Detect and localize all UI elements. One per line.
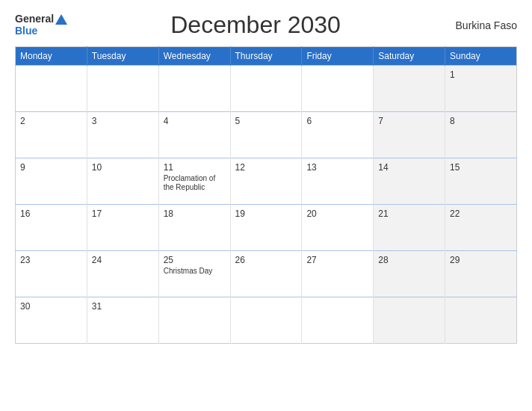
weekday-saturday: Saturday: [374, 47, 445, 66]
day-number: 22: [450, 208, 512, 219]
day-number: 15: [450, 162, 512, 173]
calendar-cell: [374, 297, 445, 344]
day-number: 26: [235, 255, 297, 265]
calendar-cell: 22: [445, 205, 517, 251]
day-number: 3: [92, 116, 154, 126]
day-number: 4: [164, 116, 226, 126]
logo: General Blue: [15, 13, 69, 37]
calendar-cell: [87, 66, 158, 112]
calendar-cell: [374, 66, 445, 112]
day-number: 5: [235, 116, 297, 126]
calendar-cell: 5: [230, 112, 302, 158]
day-number: 8: [450, 116, 512, 126]
day-number: 23: [20, 255, 82, 265]
logo-triangle-icon: [55, 14, 67, 25]
day-number: 21: [378, 208, 440, 219]
weekday-monday: Monday: [16, 47, 87, 66]
calendar-cell: 12: [230, 158, 302, 205]
weekday-friday: Friday: [302, 47, 374, 66]
day-number: 20: [306, 208, 368, 219]
weekday-thursday: Thursday: [230, 47, 302, 66]
calendar-cell: 29: [445, 251, 517, 297]
day-number: 9: [20, 162, 82, 173]
day-number: 2: [20, 116, 82, 126]
calendar-cell: 11Proclamation of the Republic: [158, 158, 230, 205]
calendar-cell: [230, 66, 302, 112]
calendar-cell: [230, 297, 302, 344]
calendar-body: 1234567891011Proclamation of the Republi…: [16, 66, 517, 344]
calendar-cell: 25Christmas Day: [158, 251, 230, 297]
calendar-cell: 7: [374, 112, 445, 158]
weekday-wednesday: Wednesday: [158, 47, 230, 66]
calendar-cell: [302, 297, 374, 344]
calendar-cell: 13: [302, 158, 374, 205]
calendar-cell: 24: [87, 251, 158, 297]
calendar-cell: 26: [230, 251, 302, 297]
day-number: 12: [235, 162, 297, 173]
day-number: 6: [306, 116, 368, 126]
day-number: 29: [450, 255, 512, 265]
calendar-table: Monday Tuesday Wednesday Thursday Friday…: [15, 46, 517, 344]
calendar-cell: 21: [374, 205, 445, 251]
calendar-cell: 15: [445, 158, 517, 205]
holiday-text: Proclamation of the Republic: [164, 174, 226, 192]
holiday-text: Christmas Day: [164, 267, 226, 276]
calendar-cell: 2: [16, 112, 87, 158]
calendar-cell: 31: [87, 297, 158, 344]
day-number: 25: [164, 255, 226, 265]
calendar-title: December 2030: [69, 11, 442, 39]
calendar-cell: 1: [445, 66, 517, 112]
calendar-cell: [445, 297, 517, 344]
day-number: 10: [92, 162, 154, 173]
calendar-cell: 9: [16, 158, 87, 205]
day-number: 30: [20, 301, 82, 312]
calendar-page: General Blue December 2030 Burkina Faso …: [0, 0, 532, 411]
day-number: 17: [92, 208, 154, 219]
calendar-cell: 20: [302, 205, 374, 251]
country-name: Burkina Faso: [442, 19, 517, 31]
calendar-cell: [158, 66, 230, 112]
day-number: 13: [306, 162, 368, 173]
day-number: 1: [450, 69, 512, 80]
day-number: 16: [20, 208, 82, 219]
day-number: 27: [306, 255, 368, 265]
calendar-cell: 4: [158, 112, 230, 158]
calendar-cell: [16, 66, 87, 112]
calendar-cell: 3: [87, 112, 158, 158]
calendar-cell: 28: [374, 251, 445, 297]
weekday-tuesday: Tuesday: [87, 47, 158, 66]
calendar-cell: 14: [374, 158, 445, 205]
calendar-header: General Blue December 2030 Burkina Faso: [15, 11, 517, 39]
calendar-cell: 27: [302, 251, 374, 297]
calendar-cell: 19: [230, 205, 302, 251]
logo-blue-text: Blue: [15, 25, 37, 37]
calendar-cell: [302, 66, 374, 112]
calendar-cell: 18: [158, 205, 230, 251]
day-number: 11: [164, 162, 226, 173]
calendar-cell: 6: [302, 112, 374, 158]
calendar-cell: 10: [87, 158, 158, 205]
calendar-cell: 8: [445, 112, 517, 158]
weekday-sunday: Sunday: [445, 47, 517, 66]
day-number: 31: [92, 301, 154, 312]
day-number: 18: [164, 208, 226, 219]
calendar-header-row: Monday Tuesday Wednesday Thursday Friday…: [16, 47, 517, 66]
calendar-cell: 30: [16, 297, 87, 344]
calendar-cell: [158, 297, 230, 344]
calendar-cell: 16: [16, 205, 87, 251]
day-number: 14: [378, 162, 440, 173]
calendar-cell: 17: [87, 205, 158, 251]
day-number: 28: [378, 255, 440, 265]
logo-general-text: General: [15, 13, 54, 25]
day-number: 19: [235, 208, 297, 219]
day-number: 24: [92, 255, 154, 265]
day-number: 7: [378, 116, 440, 126]
calendar-cell: 23: [16, 251, 87, 297]
